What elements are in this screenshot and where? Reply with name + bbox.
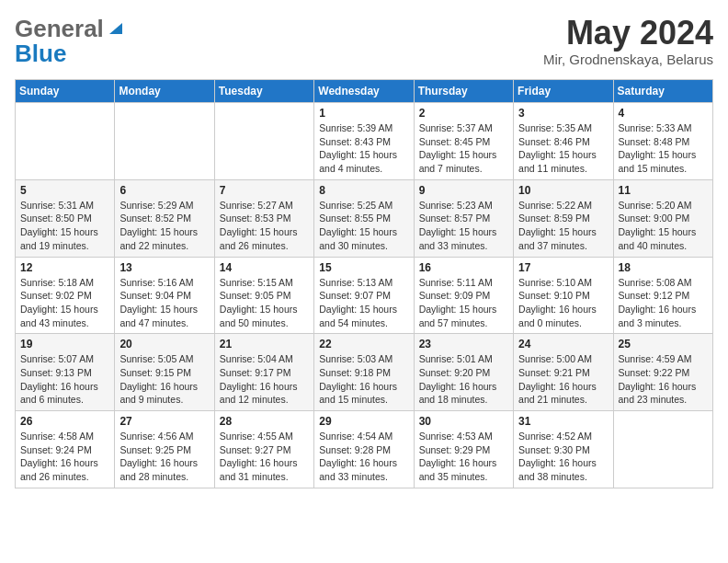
calendar-cell: 20Sunrise: 5:05 AMSunset: 9:15 PMDayligh…: [115, 334, 214, 411]
day-number: 7: [220, 184, 309, 197]
calendar-week-row: 5Sunrise: 5:31 AMSunset: 8:50 PMDaylight…: [16, 179, 713, 257]
day-info: Sunrise: 5:05 AMSunset: 9:15 PMDaylight:…: [119, 352, 209, 407]
day-info: Sunrise: 5:35 AMSunset: 8:46 PMDaylight:…: [518, 121, 608, 176]
day-number: 8: [319, 184, 408, 197]
calendar-table: SundayMondayTuesdayWednesdayThursdayFrid…: [15, 79, 713, 488]
calendar-cell: 2Sunrise: 5:37 AMSunset: 8:45 PMDaylight…: [414, 103, 513, 180]
day-number: 31: [518, 415, 608, 428]
calendar-cell: 8Sunrise: 5:25 AMSunset: 8:55 PMDaylight…: [314, 179, 414, 257]
day-info: Sunrise: 5:22 AMSunset: 8:59 PMDaylight:…: [518, 199, 608, 253]
day-info: Sunrise: 4:54 AMSunset: 9:28 PMDaylight:…: [319, 430, 408, 484]
title-block: May 2024 Mir, Grodnenskaya, Belarus: [543, 15, 713, 67]
day-info: Sunrise: 5:27 AMSunset: 8:53 PMDaylight:…: [220, 199, 309, 253]
day-info: Sunrise: 4:56 AMSunset: 9:25 PMDaylight:…: [119, 430, 209, 484]
day-info: Sunrise: 5:07 AMSunset: 9:13 PMDaylight:…: [20, 352, 109, 407]
day-number: 22: [319, 338, 408, 350]
day-number: 17: [518, 261, 608, 274]
day-number: 20: [119, 338, 209, 350]
page-header: General Blue May 2024 Mir, Grodnenskaya,…: [15, 15, 713, 68]
day-number: 23: [419, 338, 508, 350]
day-info: Sunrise: 5:39 AMSunset: 8:43 PMDaylight:…: [319, 121, 408, 176]
day-info: Sunrise: 5:03 AMSunset: 9:18 PMDaylight:…: [319, 352, 408, 407]
calendar-cell: 17Sunrise: 5:10 AMSunset: 9:10 PMDayligh…: [514, 257, 613, 334]
calendar-cell: 16Sunrise: 5:11 AMSunset: 9:09 PMDayligh…: [414, 257, 513, 334]
weekday-header: Friday: [514, 80, 613, 103]
calendar-cell: 1Sunrise: 5:39 AMSunset: 8:43 PMDaylight…: [314, 103, 414, 180]
day-number: 9: [419, 184, 508, 197]
day-info: Sunrise: 5:15 AMSunset: 9:05 PMDaylight:…: [220, 276, 309, 330]
calendar-week-row: 12Sunrise: 5:18 AMSunset: 9:02 PMDayligh…: [16, 257, 713, 334]
calendar-cell: [613, 411, 712, 488]
day-number: 14: [220, 261, 309, 274]
day-number: 26: [20, 415, 109, 428]
calendar-cell: 19Sunrise: 5:07 AMSunset: 9:13 PMDayligh…: [16, 334, 115, 411]
day-number: 12: [20, 261, 109, 274]
day-number: 1: [319, 107, 408, 120]
calendar-cell: 21Sunrise: 5:04 AMSunset: 9:17 PMDayligh…: [214, 334, 313, 411]
day-info: Sunrise: 4:52 AMSunset: 9:30 PMDaylight:…: [518, 430, 608, 484]
day-info: Sunrise: 5:23 AMSunset: 8:57 PMDaylight:…: [419, 199, 508, 253]
calendar-cell: 7Sunrise: 5:27 AMSunset: 8:53 PMDaylight…: [214, 179, 313, 257]
day-number: 29: [319, 415, 408, 428]
calendar-week-row: 26Sunrise: 4:58 AMSunset: 9:24 PMDayligh…: [16, 411, 713, 488]
calendar-cell: [115, 103, 214, 180]
calendar-cell: 26Sunrise: 4:58 AMSunset: 9:24 PMDayligh…: [16, 411, 115, 488]
day-info: Sunrise: 4:55 AMSunset: 9:27 PMDaylight:…: [220, 430, 309, 484]
weekday-header: Saturday: [613, 80, 712, 103]
day-info: Sunrise: 5:20 AMSunset: 9:00 PMDaylight:…: [619, 199, 708, 253]
day-number: 6: [119, 184, 209, 197]
day-number: 2: [419, 107, 508, 120]
weekday-header: Monday: [115, 80, 214, 103]
day-info: Sunrise: 5:00 AMSunset: 9:21 PMDaylight:…: [518, 352, 608, 407]
calendar-cell: 23Sunrise: 5:01 AMSunset: 9:20 PMDayligh…: [414, 334, 513, 411]
day-number: 18: [619, 261, 708, 274]
weekday-header: Wednesday: [314, 80, 414, 103]
calendar-cell: 25Sunrise: 4:59 AMSunset: 9:22 PMDayligh…: [613, 334, 712, 411]
calendar-cell: 15Sunrise: 5:13 AMSunset: 9:07 PMDayligh…: [314, 257, 414, 334]
weekday-header-row: SundayMondayTuesdayWednesdayThursdayFrid…: [16, 80, 713, 103]
calendar-cell: 18Sunrise: 5:08 AMSunset: 9:12 PMDayligh…: [613, 257, 712, 334]
logo-blue: Blue: [15, 40, 66, 68]
day-number: 16: [419, 261, 508, 274]
day-number: 28: [220, 415, 309, 428]
weekday-header: Thursday: [414, 80, 513, 103]
calendar-cell: 9Sunrise: 5:23 AMSunset: 8:57 PMDaylight…: [414, 179, 513, 257]
month-title: May 2024: [543, 15, 713, 52]
calendar-cell: 14Sunrise: 5:15 AMSunset: 9:05 PMDayligh…: [214, 257, 313, 334]
calendar-cell: 11Sunrise: 5:20 AMSunset: 9:00 PMDayligh…: [613, 179, 712, 257]
calendar-cell: 10Sunrise: 5:22 AMSunset: 8:59 PMDayligh…: [514, 179, 613, 257]
day-info: Sunrise: 5:01 AMSunset: 9:20 PMDaylight:…: [419, 352, 508, 407]
calendar-week-row: 19Sunrise: 5:07 AMSunset: 9:13 PMDayligh…: [16, 334, 713, 411]
calendar-week-row: 1Sunrise: 5:39 AMSunset: 8:43 PMDaylight…: [16, 103, 713, 180]
day-number: 10: [518, 184, 608, 197]
calendar-cell: 22Sunrise: 5:03 AMSunset: 9:18 PMDayligh…: [314, 334, 414, 411]
calendar-cell: 12Sunrise: 5:18 AMSunset: 9:02 PMDayligh…: [16, 257, 115, 334]
day-info: Sunrise: 5:25 AMSunset: 8:55 PMDaylight:…: [319, 199, 408, 253]
day-number: 15: [319, 261, 408, 274]
day-info: Sunrise: 5:33 AMSunset: 8:48 PMDaylight:…: [619, 121, 708, 176]
day-number: 13: [119, 261, 209, 274]
day-info: Sunrise: 5:13 AMSunset: 9:07 PMDaylight:…: [319, 276, 408, 330]
calendar-cell: 13Sunrise: 5:16 AMSunset: 9:04 PMDayligh…: [115, 257, 214, 334]
calendar-cell: 4Sunrise: 5:33 AMSunset: 8:48 PMDaylight…: [613, 103, 712, 180]
calendar-cell: 30Sunrise: 4:53 AMSunset: 9:29 PMDayligh…: [414, 411, 513, 488]
day-number: 5: [20, 184, 109, 197]
day-number: 25: [619, 338, 708, 350]
day-info: Sunrise: 5:11 AMSunset: 9:09 PMDaylight:…: [419, 276, 508, 330]
calendar-cell: [16, 103, 115, 180]
svg-marker-0: [109, 23, 122, 34]
calendar-cell: 29Sunrise: 4:54 AMSunset: 9:28 PMDayligh…: [314, 411, 414, 488]
calendar-cell: 28Sunrise: 4:55 AMSunset: 9:27 PMDayligh…: [214, 411, 313, 488]
logo-arrow-icon: [106, 17, 126, 38]
day-number: 27: [119, 415, 209, 428]
day-number: 11: [619, 184, 708, 197]
day-number: 30: [419, 415, 508, 428]
calendar-cell: [214, 103, 313, 180]
calendar-cell: 31Sunrise: 4:52 AMSunset: 9:30 PMDayligh…: [514, 411, 613, 488]
calendar-cell: 5Sunrise: 5:31 AMSunset: 8:50 PMDaylight…: [16, 179, 115, 257]
day-info: Sunrise: 5:08 AMSunset: 9:12 PMDaylight:…: [619, 276, 708, 330]
day-info: Sunrise: 4:59 AMSunset: 9:22 PMDaylight:…: [619, 352, 708, 407]
day-number: 3: [518, 107, 608, 120]
weekday-header: Tuesday: [214, 80, 313, 103]
logo: General Blue: [15, 15, 126, 68]
